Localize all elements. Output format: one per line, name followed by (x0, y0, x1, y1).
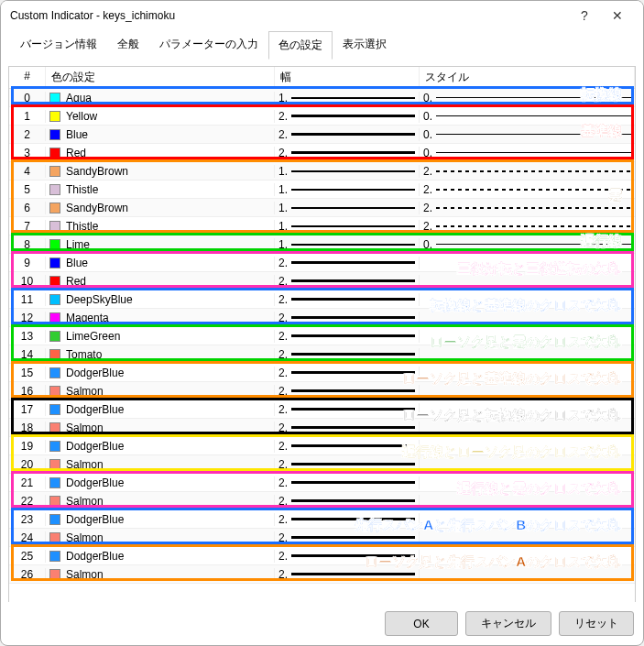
width-cell[interactable]: 1. (275, 165, 420, 178)
table-row[interactable]: 8Lime1.0. (9, 235, 635, 254)
table-row[interactable]: 5Thistle1.2. (9, 181, 635, 199)
color-cell[interactable]: Magenta (46, 312, 275, 324)
width-cell[interactable]: 2. (275, 257, 420, 269)
color-cell[interactable]: Salmon (46, 385, 275, 398)
width-cell[interactable]: 2. (275, 293, 420, 306)
width-cell[interactable]: 1. (275, 92, 420, 104)
table-row[interactable]: 19DodgerBlue2. (9, 437, 635, 455)
color-cell[interactable]: Salmon (46, 531, 275, 544)
color-cell[interactable]: DodgerBlue (46, 513, 275, 526)
width-cell[interactable]: 2. (275, 440, 420, 453)
width-cell[interactable]: 1. (275, 220, 420, 233)
table-row[interactable]: 0Aqua1.0. (9, 89, 635, 107)
color-cell[interactable]: LimeGreen (46, 330, 275, 343)
table-row[interactable]: 22Salmon2. (9, 492, 635, 510)
color-cell[interactable]: Thistle (46, 183, 275, 196)
color-cell[interactable]: Thistle (46, 220, 275, 233)
table-row[interactable]: 1Yellow2.0. (9, 107, 635, 126)
table-row[interactable]: 18Salmon2. (9, 419, 635, 437)
color-cell[interactable]: DodgerBlue (46, 476, 275, 489)
style-cell[interactable]: 0. (420, 238, 635, 251)
color-cell[interactable]: Tomato (46, 348, 275, 361)
color-cell[interactable]: SandyBrown (46, 202, 275, 214)
table-row[interactable]: 26Salmon2. (9, 565, 635, 584)
color-cell[interactable]: Blue (46, 128, 275, 141)
width-cell[interactable]: 2. (275, 348, 420, 361)
table-row[interactable]: 20Salmon2. (9, 455, 635, 474)
th-index[interactable]: # (9, 67, 46, 88)
style-cell[interactable]: 2. (420, 165, 635, 178)
width-cell[interactable]: 2. (275, 568, 420, 581)
table-row[interactable]: 14Tomato2. (9, 345, 635, 364)
table-row[interactable]: 17DodgerBlue2. (9, 400, 635, 419)
width-cell[interactable]: 2. (275, 476, 420, 489)
table-row[interactable]: 15DodgerBlue2. (9, 364, 635, 382)
width-cell[interactable]: 2. (275, 531, 420, 544)
style-cell[interactable]: 0. (420, 110, 635, 123)
tab-version[interactable]: バージョン情報 (10, 30, 107, 59)
table-row[interactable]: 12Magenta2. (9, 309, 635, 327)
width-cell[interactable]: 2. (275, 147, 420, 159)
table-row[interactable]: 3Red2.0. (9, 144, 635, 162)
cancel-button[interactable]: キャンセル (465, 611, 551, 636)
width-cell[interactable]: 1. (275, 202, 420, 214)
tab-params[interactable]: パラメーターの入力 (149, 30, 268, 59)
color-cell[interactable]: DodgerBlue (46, 440, 275, 453)
tab-display[interactable]: 表示選択 (333, 30, 397, 59)
color-cell[interactable]: Red (46, 147, 275, 159)
color-cell[interactable]: DodgerBlue (46, 550, 275, 563)
tab-colors[interactable]: 色の設定 (268, 31, 333, 60)
width-cell[interactable]: 2. (275, 275, 420, 288)
width-cell[interactable]: 2. (275, 330, 420, 343)
style-cell[interactable]: 2. (420, 220, 635, 233)
table-row[interactable]: 21DodgerBlue2. (9, 474, 635, 492)
width-cell[interactable]: 1. (275, 238, 420, 251)
color-cell[interactable]: SandyBrown (46, 165, 275, 178)
color-cell[interactable]: Yellow (46, 110, 275, 123)
color-cell[interactable]: Salmon (46, 422, 275, 434)
th-width[interactable]: 幅 (275, 67, 420, 88)
table-row[interactable]: 24Salmon2. (9, 529, 635, 547)
table-row[interactable]: 2Blue2.0. (9, 126, 635, 144)
style-cell[interactable]: 2. (420, 183, 635, 196)
color-cell[interactable]: Blue (46, 257, 275, 269)
help-button[interactable]: ? (568, 8, 601, 23)
th-style[interactable]: スタイル (420, 67, 635, 88)
width-cell[interactable]: 2. (275, 110, 420, 123)
tab-general[interactable]: 全般 (107, 30, 149, 59)
color-cell[interactable]: Red (46, 275, 275, 288)
ok-button[interactable]: OK (385, 611, 458, 636)
style-cell[interactable]: 0. (420, 92, 635, 104)
width-cell[interactable]: 2. (275, 550, 420, 563)
width-cell[interactable]: 2. (275, 403, 420, 416)
table-row[interactable]: 10Red2. (9, 272, 635, 290)
width-cell[interactable]: 2. (275, 422, 420, 434)
style-cell[interactable]: 2. (420, 202, 635, 214)
table-row[interactable]: 23DodgerBlue2. (9, 510, 635, 529)
color-cell[interactable]: Lime (46, 238, 275, 251)
color-cell[interactable]: Salmon (46, 568, 275, 581)
table-row[interactable]: 16Salmon2. (9, 382, 635, 400)
width-cell[interactable]: 2. (275, 513, 420, 526)
color-cell[interactable]: Aqua (46, 92, 275, 104)
color-cell[interactable]: Salmon (46, 458, 275, 471)
color-cell[interactable]: DodgerBlue (46, 403, 275, 416)
width-cell[interactable]: 2. (275, 128, 420, 141)
table-row[interactable]: 7Thistle1.2. (9, 217, 635, 235)
width-cell[interactable]: 2. (275, 495, 420, 508)
th-color[interactable]: 色の設定 (46, 67, 275, 88)
table-row[interactable]: 4SandyBrown1.2. (9, 162, 635, 181)
close-button[interactable]: ✕ (601, 8, 634, 23)
style-cell[interactable]: 0. (420, 128, 635, 141)
width-cell[interactable]: 2. (275, 367, 420, 379)
reset-button[interactable]: リセット (559, 611, 634, 636)
table-row[interactable]: 25DodgerBlue2. (9, 547, 635, 565)
width-cell[interactable]: 1. (275, 183, 420, 196)
color-cell[interactable]: Salmon (46, 495, 275, 508)
table-row[interactable]: 6SandyBrown1.2. (9, 199, 635, 217)
width-cell[interactable]: 2. (275, 458, 420, 471)
color-cell[interactable]: DeepSkyBlue (46, 293, 275, 306)
width-cell[interactable]: 2. (275, 312, 420, 324)
style-cell[interactable]: 0. (420, 147, 635, 159)
width-cell[interactable]: 2. (275, 385, 420, 398)
